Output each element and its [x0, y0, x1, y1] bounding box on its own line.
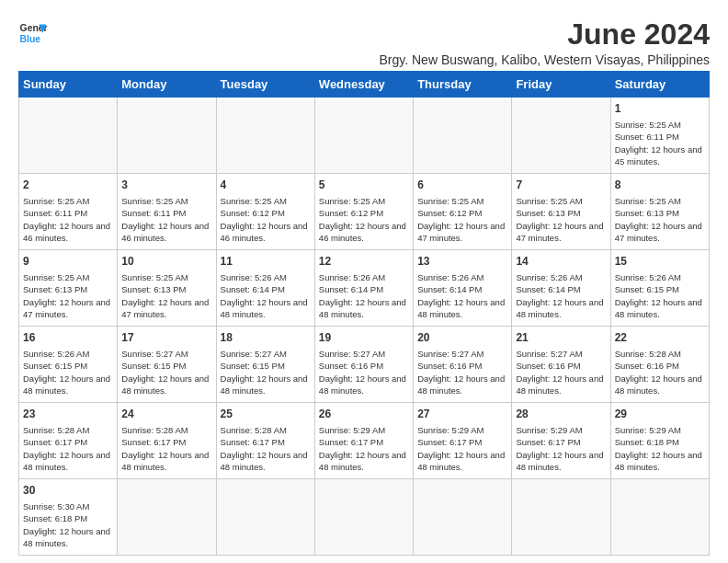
day-info: Sunrise: 5:28 AMSunset: 6:17 PMDaylight:…	[23, 425, 110, 472]
table-row: 28Sunrise: 5:29 AMSunset: 6:17 PMDayligh…	[512, 403, 610, 479]
calendar-week-row: 9Sunrise: 5:25 AMSunset: 6:13 PMDaylight…	[19, 250, 710, 327]
header-monday: Monday	[118, 72, 216, 98]
day-info: Sunrise: 5:26 AMSunset: 6:15 PMDaylight:…	[615, 272, 702, 319]
day-number: 1	[615, 101, 705, 117]
day-number: 25	[221, 407, 311, 422]
table-row: 15Sunrise: 5:26 AMSunset: 6:15 PMDayligh…	[610, 250, 709, 327]
table-row: 5Sunrise: 5:25 AMSunset: 6:12 PMDaylight…	[314, 174, 413, 250]
day-number: 8	[615, 178, 705, 193]
table-row	[414, 479, 512, 556]
table-row	[512, 479, 610, 556]
day-info: Sunrise: 5:28 AMSunset: 6:17 PMDaylight:…	[121, 425, 209, 472]
table-row: 8Sunrise: 5:25 AMSunset: 6:13 PMDaylight…	[610, 174, 709, 250]
day-info: Sunrise: 5:27 AMSunset: 6:16 PMDaylight:…	[516, 349, 603, 396]
day-info: Sunrise: 5:28 AMSunset: 6:17 PMDaylight:…	[221, 425, 308, 472]
table-row: 22Sunrise: 5:28 AMSunset: 6:16 PMDayligh…	[610, 327, 709, 403]
calendar-week-row: 16Sunrise: 5:26 AMSunset: 6:15 PMDayligh…	[19, 327, 710, 403]
table-row: 4Sunrise: 5:25 AMSunset: 6:12 PMDaylight…	[216, 174, 314, 250]
day-info: Sunrise: 5:25 AMSunset: 6:13 PMDaylight:…	[516, 196, 603, 243]
day-number: 3	[121, 178, 211, 193]
table-row: 25Sunrise: 5:28 AMSunset: 6:17 PMDayligh…	[216, 403, 314, 479]
day-info: Sunrise: 5:25 AMSunset: 6:13 PMDaylight:…	[121, 272, 209, 319]
header-wednesday: Wednesday	[314, 72, 413, 98]
table-row	[118, 479, 216, 556]
table-row	[216, 98, 314, 174]
calendar-week-row: 30Sunrise: 5:30 AMSunset: 6:18 PMDayligh…	[19, 479, 710, 556]
header-sunday: Sunday	[19, 72, 118, 98]
day-info: Sunrise: 5:25 AMSunset: 6:13 PMDaylight:…	[615, 196, 702, 243]
table-row	[610, 479, 709, 556]
table-row: 21Sunrise: 5:27 AMSunset: 6:16 PMDayligh…	[512, 327, 610, 403]
table-row	[314, 98, 413, 174]
day-info: Sunrise: 5:27 AMSunset: 6:15 PMDaylight:…	[221, 349, 308, 396]
day-number: 9	[23, 254, 113, 270]
table-row	[19, 98, 118, 174]
table-row: 18Sunrise: 5:27 AMSunset: 6:15 PMDayligh…	[216, 327, 314, 403]
day-info: Sunrise: 5:25 AMSunset: 6:12 PMDaylight:…	[417, 196, 505, 243]
day-number: 26	[319, 407, 409, 422]
table-row: 9Sunrise: 5:25 AMSunset: 6:13 PMDaylight…	[19, 250, 118, 327]
svg-text:Blue: Blue	[20, 34, 41, 44]
day-info: Sunrise: 5:29 AMSunset: 6:18 PMDaylight:…	[615, 425, 702, 472]
day-info: Sunrise: 5:29 AMSunset: 6:17 PMDaylight:…	[319, 425, 406, 472]
table-row: 19Sunrise: 5:27 AMSunset: 6:16 PMDayligh…	[314, 327, 413, 403]
day-number: 24	[121, 407, 211, 422]
table-row: 10Sunrise: 5:25 AMSunset: 6:13 PMDayligh…	[118, 250, 216, 327]
month-year-title: June 2024	[379, 18, 710, 51]
day-info: Sunrise: 5:27 AMSunset: 6:16 PMDaylight:…	[319, 349, 406, 396]
day-info: Sunrise: 5:25 AMSunset: 6:11 PMDaylight:…	[121, 196, 209, 243]
day-number: 10	[121, 254, 211, 270]
table-row: 3Sunrise: 5:25 AMSunset: 6:11 PMDaylight…	[118, 174, 216, 250]
logo: General Blue	[18, 18, 48, 48]
table-row: 24Sunrise: 5:28 AMSunset: 6:17 PMDayligh…	[118, 403, 216, 479]
title-block: June 2024 Brgy. New Buswang, Kalibo, Wes…	[379, 18, 710, 67]
day-number: 13	[417, 254, 507, 270]
header-thursday: Thursday	[414, 72, 512, 98]
day-info: Sunrise: 5:26 AMSunset: 6:14 PMDaylight:…	[516, 272, 603, 319]
header-friday: Friday	[512, 72, 610, 98]
header-row: General Blue June 2024 Brgy. New Buswang…	[18, 18, 710, 67]
calendar-container: General Blue June 2024 Brgy. New Buswang…	[0, 0, 728, 563]
day-info: Sunrise: 5:25 AMSunset: 6:11 PMDaylight:…	[615, 120, 702, 167]
day-info: Sunrise: 5:26 AMSunset: 6:14 PMDaylight:…	[221, 272, 308, 319]
day-info: Sunrise: 5:26 AMSunset: 6:14 PMDaylight:…	[417, 272, 505, 319]
table-row: 16Sunrise: 5:26 AMSunset: 6:15 PMDayligh…	[19, 327, 118, 403]
table-row: 1Sunrise: 5:25 AMSunset: 6:11 PMDaylight…	[610, 98, 709, 174]
day-info: Sunrise: 5:25 AMSunset: 6:12 PMDaylight:…	[319, 196, 406, 243]
day-number: 7	[516, 178, 606, 193]
day-number: 16	[23, 330, 113, 346]
day-number: 30	[23, 483, 113, 499]
table-row: 17Sunrise: 5:27 AMSunset: 6:15 PMDayligh…	[118, 327, 216, 403]
day-info: Sunrise: 5:29 AMSunset: 6:17 PMDaylight:…	[516, 425, 603, 472]
table-row	[314, 479, 413, 556]
day-number: 2	[23, 178, 113, 193]
calendar-week-row: 1Sunrise: 5:25 AMSunset: 6:11 PMDaylight…	[19, 98, 710, 174]
table-row: 2Sunrise: 5:25 AMSunset: 6:11 PMDaylight…	[19, 174, 118, 250]
table-row	[216, 479, 314, 556]
day-number: 27	[417, 407, 507, 422]
day-info: Sunrise: 5:25 AMSunset: 6:12 PMDaylight:…	[221, 196, 308, 243]
day-number: 19	[319, 330, 409, 346]
day-number: 14	[516, 254, 606, 270]
day-number: 17	[121, 330, 211, 346]
table-row: 14Sunrise: 5:26 AMSunset: 6:14 PMDayligh…	[512, 250, 610, 327]
table-row: 12Sunrise: 5:26 AMSunset: 6:14 PMDayligh…	[314, 250, 413, 327]
day-info: Sunrise: 5:26 AMSunset: 6:14 PMDaylight:…	[319, 272, 406, 319]
day-number: 12	[319, 254, 409, 270]
day-number: 20	[417, 330, 507, 346]
day-number: 15	[615, 254, 705, 270]
table-row: 6Sunrise: 5:25 AMSunset: 6:12 PMDaylight…	[414, 174, 512, 250]
day-info: Sunrise: 5:30 AMSunset: 6:18 PMDaylight:…	[23, 501, 110, 548]
day-number: 28	[516, 407, 606, 422]
calendar-week-row: 2Sunrise: 5:25 AMSunset: 6:11 PMDaylight…	[19, 174, 710, 250]
table-row: 13Sunrise: 5:26 AMSunset: 6:14 PMDayligh…	[414, 250, 512, 327]
generalblue-logo-icon: General Blue	[18, 18, 48, 48]
day-number: 6	[417, 178, 507, 193]
table-row	[414, 98, 512, 174]
calendar-week-row: 23Sunrise: 5:28 AMSunset: 6:17 PMDayligh…	[19, 403, 710, 479]
day-info: Sunrise: 5:27 AMSunset: 6:15 PMDaylight:…	[121, 349, 209, 396]
day-number: 18	[221, 330, 311, 346]
day-number: 29	[615, 407, 705, 422]
header-saturday: Saturday	[610, 72, 709, 98]
table-row: 23Sunrise: 5:28 AMSunset: 6:17 PMDayligh…	[19, 403, 118, 479]
